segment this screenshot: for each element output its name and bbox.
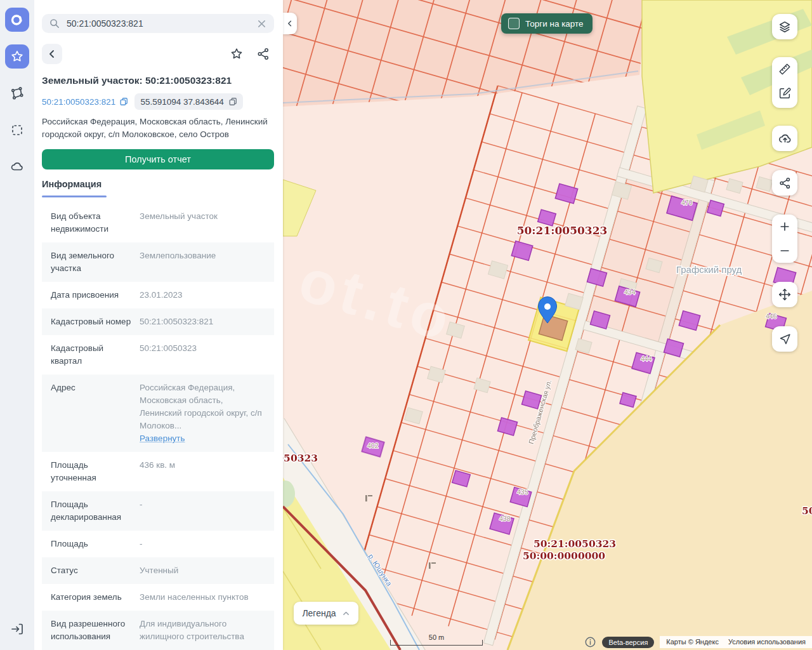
polygon-icon [10,86,25,101]
select-area-button[interactable] [5,118,29,142]
svg-text:434: 434 [624,288,636,296]
info-label: Адрес [51,381,132,445]
tab-information[interactable]: Информация [42,179,274,197]
navigation-icon [778,333,792,346]
panel-nav-row [42,44,274,64]
share-icon [778,176,792,190]
torgi-checkbox[interactable] [508,18,520,29]
star-icon [10,50,24,63]
cadastral-number-link[interactable]: 50:21:0050323:821 [42,97,128,107]
torgi-toggle[interactable]: Торги на карте [501,13,593,34]
info-icon[interactable] [584,636,596,648]
scale-bar: 50 m [391,633,482,646]
info-label: Вид разрешенного использования [51,618,132,643]
info-value: 436 кв. м [140,459,175,484]
info-value: Для индивидуального жилищного строительс… [140,618,265,643]
map-attribution: Beta-версия Карты © Яндекс Условия испол… [584,636,812,648]
info-value: Российская Федерация, Московская область… [140,381,265,445]
info-row: Кадастровый квартал50:21:0050323 [42,335,274,375]
copy-icon[interactable] [228,97,237,106]
edit-icon [778,86,792,100]
logout-button[interactable] [5,617,29,641]
coordinates-chip[interactable]: 55.591094 37.843644 [134,93,242,110]
object-address: Российская Федерация, Московская область… [42,116,274,141]
info-row: Вид разрешенного использованияДля индиви… [42,611,274,650]
pan-mode-button[interactable] [772,282,797,307]
info-value: Земельный участок [140,210,218,235]
edit-button[interactable] [772,81,797,105]
zoom-controls [772,215,797,263]
maps-copyright: Карты © Яндекс [666,638,719,646]
info-value: Учтенный [140,564,178,577]
info-value: - [140,498,143,524]
move-icon [778,288,792,302]
dashed-select-icon [10,123,25,138]
info-row: Площадь декларированная- [42,491,274,531]
exit-icon [10,621,25,637]
svg-text:402: 402 [367,442,379,449]
layers-icon [778,20,792,34]
upload-button[interactable] [772,126,797,151]
info-label: Кадастровый квартал [51,342,132,368]
expand-address-link[interactable]: Развернуть [140,434,185,443]
info-value: 23.01.2023 [140,289,183,302]
svg-text:446: 446 [766,312,777,320]
svg-text:438: 438 [499,515,511,522]
info-label: Площадь уточненная [51,459,132,484]
pond-label: Графский пруд [676,264,742,275]
ids-row: 50:21:0050323:821 55.591094 37.843644 [42,93,274,110]
app-logo-icon [10,12,25,27]
info-row: АдресРоссийская Федерация, Московская об… [42,375,274,452]
zoom-out-button[interactable] [772,239,797,263]
info-row: Кадастровый номер50:21:0050323:821 [42,308,274,335]
map-area[interactable]: ot.to 50:21:0050323 50:21:0050323 50:21:… [283,0,812,650]
collapse-panel-button[interactable] [283,13,297,34]
search-input[interactable] [65,18,251,29]
beta-badge: Beta-версия [602,637,654,648]
copyright-strip: Карты © Яндекс Условия использования [660,636,812,648]
quarter-label-top: 50:21:0050323 [517,224,608,237]
map-canvas[interactable]: ot.to 50:21:0050323 50:21:0050323 50:21:… [283,0,812,650]
info-row: Вид земельного участкаЗемлепользование [42,242,274,282]
info-label: Вид земельного участка [51,249,132,275]
info-label: Дата присвоения [51,289,132,302]
panel-actions [230,47,274,61]
legend-button[interactable]: Легенда [294,602,358,625]
cloud-icon [10,159,25,175]
info-table: Вид объекта недвижимостиЗемельный участо… [42,203,274,650]
info-value: 50:21:0050323 [140,342,197,368]
legend-label: Легенда [302,608,336,618]
info-row: СтатусУчтенный [42,557,274,584]
draw-polygon-button[interactable] [5,81,29,105]
measure-button[interactable] [772,57,797,81]
svg-text:470: 470 [681,199,693,206]
cloud-upload-icon [778,131,792,146]
get-report-button[interactable]: Получить отчет [42,149,274,169]
copy-icon[interactable] [119,97,128,106]
info-value: Земли населенных пунктов [140,591,249,604]
app-logo[interactable] [5,8,29,32]
favorite-star-icon[interactable] [230,47,244,61]
page-title: Земельный участок: 50:21:0050323:821 [42,75,274,86]
zoom-in-button[interactable] [772,215,797,239]
ruler-icon [778,62,792,76]
svg-text:444: 444 [641,355,652,362]
quarter-label-right: 50:21:0050323 [802,505,812,517]
locate-button[interactable] [772,326,797,352]
scale-ruler [390,640,483,646]
share-map-button[interactable] [772,170,797,196]
terms-link[interactable]: Условия использования [728,638,806,646]
share-icon[interactable] [256,47,270,61]
search-bar[interactable] [42,14,274,33]
favorites-button[interactable] [5,44,29,69]
minus-icon [778,244,791,257]
clear-search-icon[interactable] [257,19,266,29]
info-row: Площадь уточненная436 кв. м [42,452,274,491]
chevron-up-icon [342,609,350,618]
svg-text:435: 435 [517,488,528,496]
info-label: Вид объекта недвижимости [51,210,132,235]
back-button[interactable] [42,44,62,64]
cloud-button[interactable] [5,155,29,179]
plus-icon [778,220,791,233]
layers-button[interactable] [772,14,797,39]
